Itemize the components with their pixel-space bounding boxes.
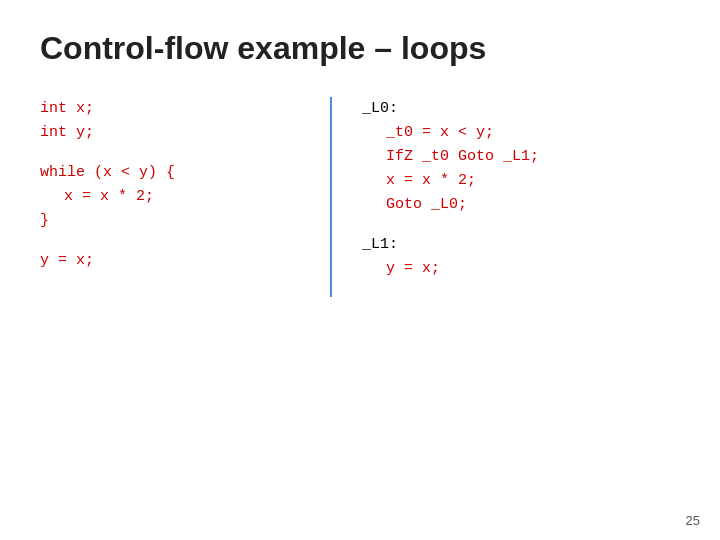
l0-lines: _t0 = x < y; IfZ _t0 Goto _L1; x = x * 2… [362,121,680,217]
l1-lines: y = x; [362,257,680,281]
l0-label-row: _L0: [362,97,680,121]
l0-line-3: x = x * 2; [386,169,680,193]
l1-block: _L1: y = x; [362,233,680,281]
line-int-x: int x; [40,97,300,121]
y-assign: y = x; [40,249,300,273]
left-panel: int x; int y; while (x < y) { x = x * 2;… [40,97,320,289]
slide: Control-flow example – loops int x; int … [0,0,720,540]
line-while: while (x < y) { [40,161,300,185]
l0-label: _L0: [362,97,422,121]
right-panel: _L0: _t0 = x < y; IfZ _t0 Goto _L1; x = … [342,97,680,297]
line-y-assign: y = x; [40,249,300,273]
l0-line-4: Goto _L0; [386,193,680,217]
line-close-brace: } [40,209,300,233]
line-x-assign: x = x * 2; [40,185,300,209]
page-number: 25 [686,513,700,528]
content-area: int x; int y; while (x < y) { x = x * 2;… [40,97,680,297]
l0-line-2: IfZ _t0 Goto _L1; [386,145,680,169]
l0-line-1: _t0 = x < y; [386,121,680,145]
l1-line-1: y = x; [386,257,680,281]
slide-title: Control-flow example – loops [40,30,680,67]
vertical-divider [330,97,332,297]
line-int-y: int y; [40,121,300,145]
var-declarations: int x; int y; [40,97,300,145]
l1-label: _L1: [362,233,422,257]
l0-block: _L0: _t0 = x < y; IfZ _t0 Goto _L1; x = … [362,97,680,217]
while-loop: while (x < y) { x = x * 2; } [40,161,300,233]
l1-label-row: _L1: [362,233,680,257]
